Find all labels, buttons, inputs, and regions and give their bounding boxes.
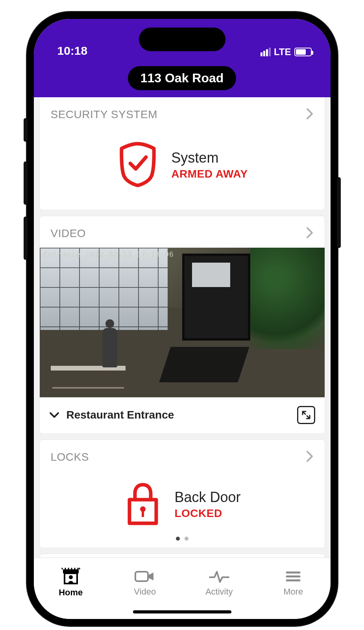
content-scroll[interactable]: SECURITY SYSTEM System ARMED AWAY bbox=[34, 97, 331, 558]
security-card-header[interactable]: SECURITY SYSTEM bbox=[40, 97, 325, 129]
bottom-nav: Home Video Activity bbox=[34, 558, 331, 619]
side-button bbox=[24, 118, 28, 142]
nav-home[interactable]: Home bbox=[34, 558, 108, 607]
camera-timestamp-overlay: Entrance 2022-02-13 17:13:06 bbox=[44, 250, 174, 258]
network-label: LTE bbox=[274, 46, 291, 57]
shield-check-icon bbox=[116, 141, 159, 189]
security-status-text: ARMED AWAY bbox=[171, 168, 248, 180]
locks-card: LOCKS Back Door bbox=[39, 439, 325, 548]
page-dot[interactable] bbox=[176, 537, 180, 541]
camera-scene bbox=[40, 248, 325, 397]
svg-rect-6 bbox=[135, 572, 148, 581]
phone-frame: 10:18 LTE 113 Oak Road SECURITY SYSTEM bbox=[27, 12, 338, 626]
status-time: 10:18 bbox=[57, 44, 88, 57]
svg-rect-2 bbox=[142, 511, 144, 517]
camera-selector[interactable]: Restaurant Entrance bbox=[49, 409, 174, 421]
nav-label: Activity bbox=[205, 587, 233, 597]
locks-title: LOCKS bbox=[51, 451, 89, 463]
security-title: SECURITY SYSTEM bbox=[51, 108, 157, 121]
home-icon bbox=[61, 568, 81, 585]
menu-icon bbox=[285, 569, 302, 584]
page-dots bbox=[40, 537, 325, 548]
volume-down-button bbox=[24, 217, 28, 260]
chevron-right-icon bbox=[306, 107, 314, 122]
security-card: SECURITY SYSTEM System ARMED AWAY bbox=[39, 97, 325, 210]
camera-feed[interactable]: Entrance 2022-02-13 17:13:06 bbox=[40, 248, 325, 397]
chevron-right-icon bbox=[306, 450, 314, 464]
power-button bbox=[337, 177, 341, 248]
nav-activity[interactable]: Activity bbox=[182, 558, 257, 607]
dynamic-island bbox=[139, 28, 225, 51]
locks-card-header[interactable]: LOCKS bbox=[40, 440, 325, 471]
video-icon bbox=[134, 569, 156, 584]
lock-label: Back Door bbox=[174, 489, 240, 506]
lock-status-text: LOCKED bbox=[174, 507, 240, 520]
nav-video[interactable]: Video bbox=[108, 558, 182, 607]
nav-more[interactable]: More bbox=[256, 558, 331, 607]
app-header: 113 Oak Road bbox=[34, 62, 331, 97]
card-peek bbox=[39, 554, 325, 558]
video-title: VIDEO bbox=[51, 227, 86, 240]
fullscreen-button[interactable] bbox=[297, 406, 315, 424]
location-selector[interactable]: 113 Oak Road bbox=[128, 66, 237, 90]
page-dot[interactable] bbox=[185, 537, 188, 541]
chevron-down-icon bbox=[49, 409, 59, 421]
camera-name: Restaurant Entrance bbox=[67, 409, 174, 421]
nav-label: Home bbox=[59, 587, 83, 598]
activity-icon bbox=[208, 569, 230, 584]
battery-icon bbox=[294, 48, 312, 56]
lock-icon bbox=[123, 480, 163, 529]
volume-up-button bbox=[24, 161, 28, 205]
chevron-right-icon bbox=[306, 226, 314, 241]
svg-point-5 bbox=[69, 575, 73, 579]
location-label: 113 Oak Road bbox=[140, 71, 224, 85]
nav-label: More bbox=[283, 587, 303, 597]
security-status[interactable]: System ARMED AWAY bbox=[40, 129, 325, 210]
video-card-header[interactable]: VIDEO bbox=[40, 216, 325, 248]
expand-icon bbox=[301, 410, 311, 420]
lock-status[interactable]: Back Door LOCKED bbox=[40, 471, 325, 537]
nav-label: Video bbox=[134, 587, 156, 597]
home-indicator[interactable] bbox=[133, 610, 231, 613]
video-card: VIDEO Entrance 2022-02-1 bbox=[39, 216, 325, 434]
security-label: System bbox=[171, 150, 248, 166]
signal-icon bbox=[261, 48, 271, 56]
